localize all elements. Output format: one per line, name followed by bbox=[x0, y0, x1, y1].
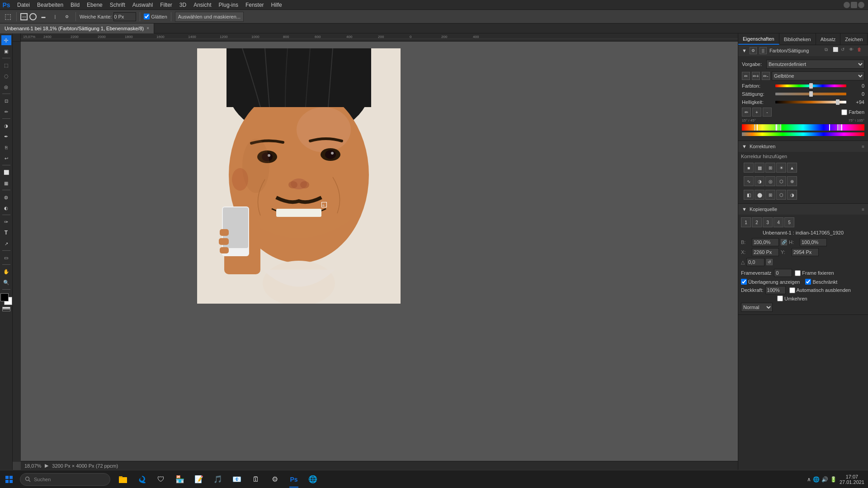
preset-select[interactable]: Benutzerdefiniert bbox=[766, 60, 864, 69]
toolbar-ellipse[interactable] bbox=[29, 13, 37, 20]
menu-datei[interactable]: Datei bbox=[14, 1, 33, 9]
farben-checkbox[interactable] bbox=[841, 109, 847, 115]
cs-y-input[interactable] bbox=[792, 248, 819, 256]
hue-sat-vis-btn[interactable]: 👁 bbox=[849, 47, 856, 54]
tool-hand[interactable]: ✋ bbox=[1, 267, 11, 277]
cs-blend-select[interactable]: Normal Aufhellen Abdunkeln Multipliziere… bbox=[741, 303, 773, 312]
corr-pattern[interactable]: ⊞ bbox=[765, 163, 775, 173]
corr-channel-mixer[interactable]: ⊞ bbox=[765, 190, 775, 200]
cs-angle-reset-btn[interactable]: ↺ bbox=[766, 259, 773, 265]
corr-black-white[interactable]: ◧ bbox=[744, 190, 754, 200]
toolbar-col[interactable]: | bbox=[50, 12, 60, 22]
channel-select[interactable]: Gelbtöne Alle Rottöne Grüntöne Cyantöne … bbox=[772, 71, 864, 80]
eyedropper-add-btn[interactable]: + bbox=[752, 108, 761, 117]
taskbar-edge[interactable] bbox=[133, 470, 151, 488]
tool-marquee[interactable]: ⬚ bbox=[1, 60, 11, 70]
tool-pen[interactable]: ✑ bbox=[1, 217, 11, 227]
menu-bild[interactable]: Bild bbox=[67, 1, 83, 9]
panel-tab-zeichen[interactable]: Zeichen bbox=[840, 33, 868, 45]
canvas-area[interactable]: 15,07% 2400 2200 2000 1800 1600 1400 120… bbox=[13, 33, 738, 470]
menu-plugins[interactable]: Plug-ins bbox=[215, 1, 242, 9]
tool-type[interactable]: T bbox=[1, 228, 11, 238]
menu-3d[interactable]: 3D bbox=[176, 1, 190, 9]
cs-lock-btn[interactable]: 🔗 bbox=[781, 239, 787, 245]
panel-tab-absatz[interactable]: Absatz bbox=[816, 33, 841, 45]
taskbar-photoshop[interactable]: Ps bbox=[285, 470, 303, 488]
panel-tab-eigenschaften[interactable]: Eigenschaften bbox=[738, 33, 779, 45]
toolbar-rect[interactable]: ▭ bbox=[20, 13, 28, 20]
eyedropper-remove-btn[interactable]: - bbox=[763, 108, 772, 117]
tool-crop[interactable]: ⊡ bbox=[1, 96, 11, 106]
color-spectrum-bar[interactable] bbox=[742, 124, 864, 131]
weiche-kante-input[interactable] bbox=[113, 12, 136, 21]
toolbar-row[interactable]: ▬ bbox=[38, 12, 48, 22]
tool-dodge[interactable]: ◐ bbox=[1, 203, 11, 213]
systray-network[interactable]: 🌐 bbox=[813, 476, 820, 483]
taskbar-unknown3[interactable]: 📧 bbox=[228, 470, 246, 488]
hue-sat-header[interactable]: ▼ ⚙ ▒ Farbton/Sättigung ⧉ ⬜ ↺ 👁 🗑 bbox=[738, 45, 868, 56]
corr-exposure[interactable]: ◑ bbox=[755, 176, 764, 186]
menu-ansicht[interactable]: Ansicht bbox=[190, 1, 215, 9]
tool-path-select[interactable]: ↗ bbox=[1, 239, 11, 249]
korrekturen-header[interactable]: ▼ Korrekturen ≡ bbox=[738, 141, 868, 152]
cs-icon2[interactable]: 2 bbox=[752, 217, 762, 227]
menu-schrift[interactable]: Schrift bbox=[106, 1, 129, 9]
hue-sat-reset-btn[interactable]: ↺ bbox=[841, 47, 848, 54]
cs-h-input[interactable] bbox=[800, 238, 827, 246]
farbton-thumb[interactable] bbox=[809, 83, 813, 89]
helligkeit-slider[interactable] bbox=[775, 101, 846, 103]
cs-overlay-checkbox[interactable] bbox=[741, 279, 747, 285]
cs-icon1[interactable]: 1 bbox=[741, 217, 751, 227]
tab-close-btn[interactable]: × bbox=[146, 26, 149, 31]
corr-photo-filter[interactable]: ⬤ bbox=[755, 190, 764, 200]
hue-eyedropper-plus-btn[interactable]: ✏+ bbox=[752, 72, 760, 80]
menu-filter[interactable]: Filter bbox=[156, 1, 176, 9]
taskbar-file-explorer[interactable] bbox=[114, 470, 132, 488]
menu-auswahl[interactable]: Auswahl bbox=[129, 1, 156, 9]
tool-move[interactable]: ✛ bbox=[1, 35, 11, 45]
cs-icon3[interactable]: 3 bbox=[763, 217, 773, 227]
panel-tab-bibliotheken[interactable]: Bibliotheken bbox=[779, 33, 816, 45]
tool-quick-select[interactable]: ◎ bbox=[1, 82, 11, 92]
tool-history-brush[interactable]: ↩ bbox=[1, 153, 11, 163]
quick-mask-icon[interactable] bbox=[2, 307, 10, 311]
tool-blur[interactable]: ◍ bbox=[1, 192, 11, 202]
corr-color-balance[interactable]: ⊕ bbox=[787, 176, 797, 186]
corr-levels[interactable]: ▲ bbox=[787, 163, 797, 173]
cs-deckkraft-input[interactable] bbox=[765, 286, 786, 294]
saettigung-thumb[interactable] bbox=[809, 91, 813, 97]
kopierquelle-header[interactable]: ▼ Kopierquelle ≡ bbox=[738, 204, 868, 215]
helligkeit-thumb[interactable] bbox=[836, 99, 840, 105]
cs-frameversatz-input[interactable] bbox=[774, 269, 792, 277]
tool-zoom[interactable]: 🔍 bbox=[1, 277, 11, 287]
toolbar-tool-icon[interactable]: ⬚ bbox=[3, 12, 13, 22]
tool-gradient[interactable]: ▦ bbox=[1, 178, 11, 188]
taskbar-antivirus[interactable]: 🛡 bbox=[152, 470, 170, 488]
hue-eyedropper-minus-btn[interactable]: ✏- bbox=[762, 72, 770, 80]
hue-sat-expand-btn[interactable]: ⬜ bbox=[833, 47, 840, 54]
taskbar-store[interactable]: 🏪 bbox=[171, 470, 189, 488]
corr-vibrance[interactable]: ◎ bbox=[765, 176, 775, 186]
cs-auto-ausblenden-checkbox[interactable] bbox=[789, 287, 795, 293]
taskbar-unknown2[interactable]: 🎵 bbox=[209, 470, 227, 488]
hue-sat-delete-btn[interactable]: 🗑 bbox=[857, 47, 864, 54]
systray-volume[interactable]: 🔊 bbox=[821, 476, 828, 483]
hue-eyedropper-btn[interactable]: ✏ bbox=[742, 72, 750, 80]
taskbar-unknown4[interactable]: 🗓 bbox=[247, 470, 265, 488]
cs-umkehren-checkbox[interactable] bbox=[777, 296, 783, 301]
cs-x-input[interactable] bbox=[752, 248, 779, 256]
saettigung-slider[interactable] bbox=[775, 93, 846, 95]
taskbar-unknown1[interactable]: 📝 bbox=[190, 470, 208, 488]
corr-curves[interactable]: ∿ bbox=[744, 176, 754, 186]
farbton-slider[interactable] bbox=[775, 84, 846, 87]
eyedropper-sample-btn[interactable]: ✏ bbox=[742, 108, 751, 117]
taskbar-start-btn[interactable] bbox=[0, 470, 18, 488]
taskbar-clock[interactable]: 17:07 27.01.2021 bbox=[840, 474, 864, 485]
glatten-checkbox[interactable] bbox=[144, 14, 150, 19]
tool-rectangle-shape[interactable]: ▭ bbox=[1, 253, 11, 263]
auswaehlen-maskieren-btn[interactable]: Auswählen und maskieren... bbox=[175, 12, 244, 22]
tool-spot-heal[interactable]: ◑ bbox=[1, 121, 11, 131]
tool-brush[interactable]: ✒ bbox=[1, 131, 11, 141]
menu-fenster[interactable]: Fenster bbox=[242, 1, 268, 9]
tool-lasso[interactable]: ◌ bbox=[1, 71, 11, 81]
